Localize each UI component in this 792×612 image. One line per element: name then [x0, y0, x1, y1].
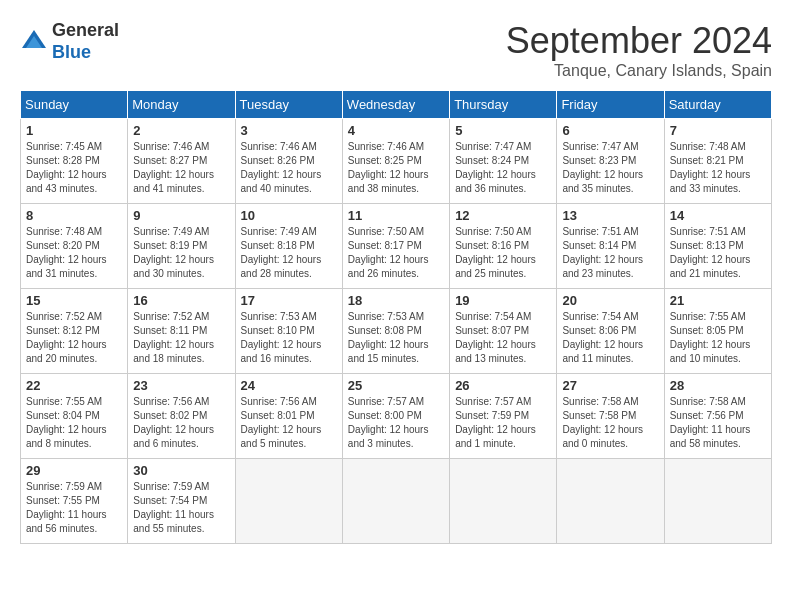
day-number: 20	[562, 293, 658, 308]
calendar-table: SundayMondayTuesdayWednesdayThursdayFrid…	[20, 90, 772, 544]
logo-general-text: General	[52, 20, 119, 40]
calendar-cell: 12Sunrise: 7:50 AM Sunset: 8:16 PM Dayli…	[450, 204, 557, 289]
calendar-cell: 4Sunrise: 7:46 AM Sunset: 8:25 PM Daylig…	[342, 119, 449, 204]
calendar-cell	[235, 459, 342, 544]
calendar-cell: 23Sunrise: 7:56 AM Sunset: 8:02 PM Dayli…	[128, 374, 235, 459]
day-number: 2	[133, 123, 229, 138]
calendar-cell: 24Sunrise: 7:56 AM Sunset: 8:01 PM Dayli…	[235, 374, 342, 459]
day-number: 1	[26, 123, 122, 138]
day-number: 10	[241, 208, 337, 223]
day-info: Sunrise: 7:49 AM Sunset: 8:18 PM Dayligh…	[241, 225, 337, 281]
calendar-cell: 30Sunrise: 7:59 AM Sunset: 7:54 PM Dayli…	[128, 459, 235, 544]
day-info: Sunrise: 7:56 AM Sunset: 8:01 PM Dayligh…	[241, 395, 337, 451]
day-info: Sunrise: 7:55 AM Sunset: 8:04 PM Dayligh…	[26, 395, 122, 451]
title-block: September 2024 Tanque, Canary Islands, S…	[506, 20, 772, 80]
calendar-cell: 9Sunrise: 7:49 AM Sunset: 8:19 PM Daylig…	[128, 204, 235, 289]
calendar-cell: 14Sunrise: 7:51 AM Sunset: 8:13 PM Dayli…	[664, 204, 771, 289]
weekday-header-row: SundayMondayTuesdayWednesdayThursdayFrid…	[21, 91, 772, 119]
day-info: Sunrise: 7:48 AM Sunset: 8:21 PM Dayligh…	[670, 140, 766, 196]
day-info: Sunrise: 7:59 AM Sunset: 7:54 PM Dayligh…	[133, 480, 229, 536]
day-info: Sunrise: 7:56 AM Sunset: 8:02 PM Dayligh…	[133, 395, 229, 451]
calendar-cell: 6Sunrise: 7:47 AM Sunset: 8:23 PM Daylig…	[557, 119, 664, 204]
weekday-header: Friday	[557, 91, 664, 119]
weekday-header: Sunday	[21, 91, 128, 119]
day-info: Sunrise: 7:55 AM Sunset: 8:05 PM Dayligh…	[670, 310, 766, 366]
day-info: Sunrise: 7:54 AM Sunset: 8:07 PM Dayligh…	[455, 310, 551, 366]
calendar-cell: 8Sunrise: 7:48 AM Sunset: 8:20 PM Daylig…	[21, 204, 128, 289]
month-title: September 2024	[506, 20, 772, 62]
day-number: 22	[26, 378, 122, 393]
day-number: 29	[26, 463, 122, 478]
day-number: 27	[562, 378, 658, 393]
calendar-cell: 17Sunrise: 7:53 AM Sunset: 8:10 PM Dayli…	[235, 289, 342, 374]
day-info: Sunrise: 7:58 AM Sunset: 7:58 PM Dayligh…	[562, 395, 658, 451]
calendar-cell: 5Sunrise: 7:47 AM Sunset: 8:24 PM Daylig…	[450, 119, 557, 204]
day-info: Sunrise: 7:58 AM Sunset: 7:56 PM Dayligh…	[670, 395, 766, 451]
day-number: 14	[670, 208, 766, 223]
calendar-cell: 2Sunrise: 7:46 AM Sunset: 8:27 PM Daylig…	[128, 119, 235, 204]
day-info: Sunrise: 7:57 AM Sunset: 8:00 PM Dayligh…	[348, 395, 444, 451]
calendar-cell: 22Sunrise: 7:55 AM Sunset: 8:04 PM Dayli…	[21, 374, 128, 459]
day-number: 13	[562, 208, 658, 223]
day-number: 8	[26, 208, 122, 223]
day-number: 18	[348, 293, 444, 308]
calendar-cell: 27Sunrise: 7:58 AM Sunset: 7:58 PM Dayli…	[557, 374, 664, 459]
weekday-header: Tuesday	[235, 91, 342, 119]
day-info: Sunrise: 7:52 AM Sunset: 8:12 PM Dayligh…	[26, 310, 122, 366]
day-info: Sunrise: 7:50 AM Sunset: 8:16 PM Dayligh…	[455, 225, 551, 281]
day-info: Sunrise: 7:46 AM Sunset: 8:27 PM Dayligh…	[133, 140, 229, 196]
day-info: Sunrise: 7:47 AM Sunset: 8:23 PM Dayligh…	[562, 140, 658, 196]
day-number: 9	[133, 208, 229, 223]
calendar-week-row: 22Sunrise: 7:55 AM Sunset: 8:04 PM Dayli…	[21, 374, 772, 459]
calendar-cell: 10Sunrise: 7:49 AM Sunset: 8:18 PM Dayli…	[235, 204, 342, 289]
calendar-cell: 13Sunrise: 7:51 AM Sunset: 8:14 PM Dayli…	[557, 204, 664, 289]
calendar-cell: 21Sunrise: 7:55 AM Sunset: 8:05 PM Dayli…	[664, 289, 771, 374]
calendar-cell	[342, 459, 449, 544]
calendar-cell: 15Sunrise: 7:52 AM Sunset: 8:12 PM Dayli…	[21, 289, 128, 374]
calendar-cell: 1Sunrise: 7:45 AM Sunset: 8:28 PM Daylig…	[21, 119, 128, 204]
day-info: Sunrise: 7:50 AM Sunset: 8:17 PM Dayligh…	[348, 225, 444, 281]
calendar-week-row: 29Sunrise: 7:59 AM Sunset: 7:55 PM Dayli…	[21, 459, 772, 544]
day-number: 16	[133, 293, 229, 308]
calendar-cell: 26Sunrise: 7:57 AM Sunset: 7:59 PM Dayli…	[450, 374, 557, 459]
day-info: Sunrise: 7:52 AM Sunset: 8:11 PM Dayligh…	[133, 310, 229, 366]
day-number: 30	[133, 463, 229, 478]
calendar-cell: 19Sunrise: 7:54 AM Sunset: 8:07 PM Dayli…	[450, 289, 557, 374]
location: Tanque, Canary Islands, Spain	[506, 62, 772, 80]
calendar-cell: 29Sunrise: 7:59 AM Sunset: 7:55 PM Dayli…	[21, 459, 128, 544]
calendar-cell: 7Sunrise: 7:48 AM Sunset: 8:21 PM Daylig…	[664, 119, 771, 204]
weekday-header: Wednesday	[342, 91, 449, 119]
calendar-cell	[450, 459, 557, 544]
day-info: Sunrise: 7:53 AM Sunset: 8:10 PM Dayligh…	[241, 310, 337, 366]
day-number: 15	[26, 293, 122, 308]
calendar-week-row: 1Sunrise: 7:45 AM Sunset: 8:28 PM Daylig…	[21, 119, 772, 204]
logo-icon	[20, 28, 48, 56]
page-header: General Blue September 2024 Tanque, Cana…	[20, 20, 772, 80]
calendar-cell: 11Sunrise: 7:50 AM Sunset: 8:17 PM Dayli…	[342, 204, 449, 289]
calendar-cell	[664, 459, 771, 544]
day-info: Sunrise: 7:57 AM Sunset: 7:59 PM Dayligh…	[455, 395, 551, 451]
calendar-cell: 16Sunrise: 7:52 AM Sunset: 8:11 PM Dayli…	[128, 289, 235, 374]
weekday-header: Thursday	[450, 91, 557, 119]
calendar-cell: 20Sunrise: 7:54 AM Sunset: 8:06 PM Dayli…	[557, 289, 664, 374]
day-info: Sunrise: 7:45 AM Sunset: 8:28 PM Dayligh…	[26, 140, 122, 196]
day-number: 26	[455, 378, 551, 393]
day-number: 28	[670, 378, 766, 393]
day-info: Sunrise: 7:59 AM Sunset: 7:55 PM Dayligh…	[26, 480, 122, 536]
day-info: Sunrise: 7:54 AM Sunset: 8:06 PM Dayligh…	[562, 310, 658, 366]
day-number: 7	[670, 123, 766, 138]
calendar-week-row: 15Sunrise: 7:52 AM Sunset: 8:12 PM Dayli…	[21, 289, 772, 374]
day-number: 5	[455, 123, 551, 138]
day-number: 17	[241, 293, 337, 308]
logo: General Blue	[20, 20, 119, 63]
day-info: Sunrise: 7:51 AM Sunset: 8:13 PM Dayligh…	[670, 225, 766, 281]
day-info: Sunrise: 7:47 AM Sunset: 8:24 PM Dayligh…	[455, 140, 551, 196]
day-info: Sunrise: 7:46 AM Sunset: 8:26 PM Dayligh…	[241, 140, 337, 196]
day-info: Sunrise: 7:46 AM Sunset: 8:25 PM Dayligh…	[348, 140, 444, 196]
day-number: 4	[348, 123, 444, 138]
day-info: Sunrise: 7:51 AM Sunset: 8:14 PM Dayligh…	[562, 225, 658, 281]
day-number: 19	[455, 293, 551, 308]
calendar-cell	[557, 459, 664, 544]
day-number: 24	[241, 378, 337, 393]
logo-blue-text: Blue	[52, 42, 91, 62]
